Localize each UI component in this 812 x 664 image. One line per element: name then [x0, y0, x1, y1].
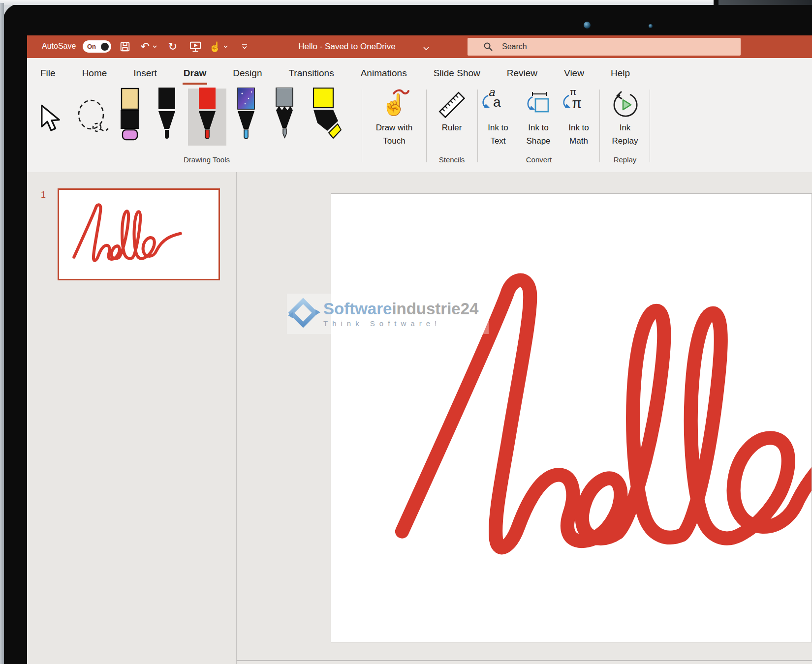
save-icon [120, 41, 130, 52]
tab-design[interactable]: Design [232, 68, 263, 85]
ribbon-tab-row: File Home Insert Draw Design Transitions… [27, 58, 812, 85]
group-label-convert: Convert [478, 155, 599, 164]
search-box[interactable] [468, 38, 741, 56]
autosave-state: On [87, 43, 96, 50]
slide-thumbnail-ink [69, 201, 210, 273]
pen-red-icon [196, 88, 218, 143]
title-dropdown-chevron[interactable] [423, 44, 429, 53]
watermark-brand-secondary: industrie24 [392, 300, 478, 318]
webcam-icon [584, 22, 591, 29]
pencil-icon [274, 88, 295, 143]
watermark-brand-primary: Software [323, 300, 392, 318]
ink-to-shape-button[interactable]: Ink to Shape [519, 89, 558, 148]
toggle-knob-icon [101, 43, 109, 51]
tab-help[interactable]: Help [610, 68, 631, 85]
ribbon-collapse-icon [241, 43, 249, 50]
redo-button[interactable]: ↻ [166, 40, 180, 54]
group-divider [477, 90, 478, 162]
touch-mode-button[interactable]: ☝ [208, 40, 222, 54]
ink-to-math-button[interactable]: π π Ink to Math [559, 89, 598, 148]
ink-replay-button[interactable]: Ink Replay [602, 89, 648, 148]
cursor-arrow-icon [38, 104, 65, 133]
chevron-down-icon [423, 47, 429, 51]
laptop-top-edge-shadow [718, 0, 812, 5]
slide-thumbnail[interactable] [58, 188, 220, 280]
eraser-icon [120, 88, 140, 141]
autosave-toggle[interactable]: On [83, 40, 111, 53]
search-icon [483, 42, 493, 52]
text-letter-icon: a [493, 94, 501, 110]
convert-arrow-icon [479, 94, 492, 111]
tab-home[interactable]: Home [81, 68, 108, 85]
redo-icon: ↻ [168, 41, 177, 52]
group-label-stencils: Stencils [427, 155, 476, 164]
convert-arrow-icon [560, 94, 573, 111]
undo-icon: ↶ [141, 41, 150, 52]
ink-squiggle-icon [393, 89, 409, 96]
ink-replay-icon [611, 91, 639, 119]
pencil-tool[interactable] [274, 88, 295, 145]
eraser-tool[interactable] [120, 88, 140, 143]
search-input[interactable] [501, 42, 710, 52]
tab-insert[interactable]: Insert [132, 68, 158, 85]
tab-slide-show[interactable]: Slide Show [433, 68, 481, 85]
group-divider [650, 90, 650, 162]
pen-galaxy-tool[interactable] [235, 88, 257, 145]
shape-square-icon [525, 91, 552, 119]
app-window: AutoSave On ↶ ↻ [27, 35, 812, 664]
slideshow-icon [189, 41, 201, 53]
pen-red-tool[interactable] [196, 88, 218, 145]
undo-button[interactable]: ↶ [138, 40, 152, 54]
tab-view[interactable]: View [563, 68, 585, 85]
group-label-replay: Replay [602, 155, 648, 164]
slide-canvas[interactable] [331, 193, 812, 642]
touch-hand-icon: ☝ [209, 42, 221, 52]
slide-number: 1 [41, 190, 46, 200]
highlighter-tool[interactable] [312, 88, 342, 145]
lasso-icon [76, 98, 109, 136]
tab-draw[interactable]: Draw [183, 68, 207, 85]
ribbon: Drawing Tools ☝ Draw with Touch [27, 85, 812, 173]
watermark: Softwareindustrie24 Think Software! [287, 294, 489, 334]
pen-black-tool[interactable] [156, 88, 178, 145]
touch-mode-chevron[interactable] [222, 40, 229, 54]
group-divider [599, 90, 600, 162]
status-bar-edge [236, 660, 812, 661]
save-button[interactable] [118, 40, 132, 54]
tab-file[interactable]: File [39, 68, 57, 85]
pi-big-icon: π [572, 95, 582, 112]
title-bar: AutoSave On ↶ ↻ [27, 35, 812, 58]
laptop-top-edge [0, 0, 718, 5]
webcam-led-icon [649, 24, 653, 28]
group-divider [362, 90, 362, 162]
start-slideshow-button[interactable] [188, 40, 202, 54]
ruler-icon [437, 90, 467, 120]
laptop-left-edge [0, 3, 4, 664]
pen-black-icon [156, 88, 178, 143]
ruler-button[interactable]: Ruler [427, 89, 476, 134]
tab-transitions[interactable]: Transitions [287, 68, 335, 85]
document-title[interactable]: Hello - Saved to OneDrive [253, 35, 440, 58]
autosave-label: AutoSave [42, 42, 76, 51]
lasso-select-tool[interactable] [76, 98, 109, 138]
group-divider [426, 90, 427, 162]
ink-to-text-button[interactable]: a a Ink to Text [478, 89, 518, 148]
draw-with-touch-button[interactable]: ☝ Draw with Touch [364, 89, 424, 148]
chevron-down-icon [153, 45, 157, 48]
tab-animations[interactable]: Animations [360, 68, 408, 85]
pen-galaxy-icon [235, 88, 257, 143]
watermark-tagline: Think Software! [323, 319, 478, 328]
panel-divider [236, 172, 237, 664]
select-tool[interactable] [38, 104, 65, 135]
undo-dropdown-chevron[interactable] [151, 40, 158, 54]
watermark-logo-icon [287, 297, 321, 331]
chevron-down-icon [223, 45, 228, 48]
touch-hand-icon: ☝ [381, 94, 407, 115]
group-label-drawing-tools: Drawing Tools [165, 155, 249, 164]
laptop-hinge-notch [714, 0, 718, 5]
highlighter-icon [312, 88, 342, 143]
ribbon-options-button[interactable] [238, 40, 251, 54]
tab-review[interactable]: Review [506, 68, 538, 85]
